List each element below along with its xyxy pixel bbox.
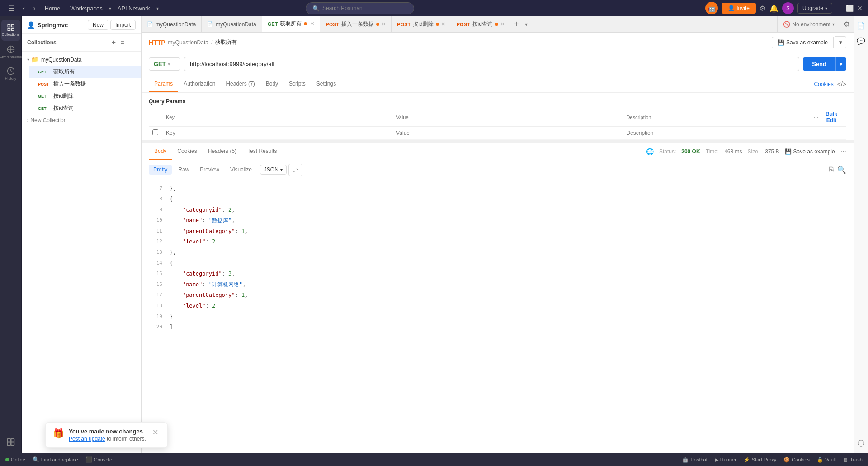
cookies-link[interactable]: Cookies bbox=[814, 81, 833, 87]
tab-post-insert[interactable]: POST 插入一条数据 ✕ bbox=[320, 16, 392, 33]
req-tab-auth[interactable]: Authorization bbox=[178, 76, 221, 92]
resp-tab-body[interactable]: Body bbox=[149, 143, 172, 160]
postbot-btn[interactable]: 🤖 Postbot bbox=[682, 457, 707, 463]
postman-agent-icon[interactable]: 🤖 bbox=[705, 2, 718, 14]
fmt-tab-pretty[interactable]: Pretty bbox=[149, 165, 172, 175]
right-info-icon[interactable]: ⓘ bbox=[856, 437, 866, 450]
api-network-menu[interactable]: API Network bbox=[114, 5, 154, 12]
resp-tab-headers[interactable]: Headers (5) bbox=[203, 143, 242, 160]
tab-close-icon[interactable]: ✕ bbox=[310, 21, 314, 27]
req-tab-settings[interactable]: Settings bbox=[311, 76, 341, 92]
toast-close-button[interactable]: ✕ bbox=[151, 428, 160, 437]
req-tab-headers[interactable]: Headers (7) bbox=[221, 76, 260, 92]
code-icon[interactable]: </> bbox=[837, 81, 846, 88]
upgrade-button[interactable]: Upgrade ▾ bbox=[797, 3, 832, 14]
env-settings-button[interactable]: ⚙ bbox=[840, 16, 854, 33]
toolbar-actions: + ≡ ··· bbox=[110, 38, 136, 48]
tree-item[interactable]: POST 插入一条数据 bbox=[29, 78, 141, 90]
search-json-button[interactable]: 🔍 bbox=[837, 166, 846, 174]
env-selector[interactable]: 🚫 No environment ▾ bbox=[777, 16, 840, 33]
settings-icon[interactable]: ⚙ bbox=[760, 4, 766, 13]
icon-sidebar: Collections Environments History bbox=[0, 16, 22, 453]
runner-btn[interactable]: ▶ Runner bbox=[715, 457, 736, 463]
method-selector[interactable]: GET ▾ bbox=[149, 57, 180, 71]
bulk-edit-btn[interactable]: Bulk Edit bbox=[820, 111, 843, 124]
invite-button[interactable]: 👤 Invite bbox=[722, 3, 756, 14]
right-docs-icon[interactable]: 📄 bbox=[855, 20, 867, 32]
runner-icon: ▶ bbox=[715, 457, 718, 463]
workspaces-menu[interactable]: Workspaces bbox=[66, 5, 106, 12]
minimize-button[interactable]: — bbox=[836, 5, 842, 12]
save-example-btn[interactable]: 💾 Save as example bbox=[785, 148, 835, 155]
fmt-tab-preview[interactable]: Preview bbox=[195, 165, 224, 175]
sort-button[interactable]: ≡ bbox=[118, 38, 126, 47]
nav-back-button[interactable]: ‹ bbox=[20, 3, 28, 13]
tree-item[interactable]: GET 按id删除 bbox=[29, 90, 141, 102]
right-comments-icon[interactable]: 💬 bbox=[855, 35, 867, 47]
more-collections-button[interactable]: ··· bbox=[127, 38, 136, 47]
sidebar-item-collections[interactable]: Collections bbox=[1, 20, 20, 41]
value-input[interactable] bbox=[396, 130, 619, 136]
tree-item[interactable]: GET 获取所有 bbox=[29, 66, 141, 78]
item-name: 按id删除 bbox=[53, 92, 74, 100]
add-tab-button[interactable]: + bbox=[510, 16, 523, 33]
copy-button[interactable]: ⎘ bbox=[829, 166, 834, 174]
sidebar-item-history[interactable]: History bbox=[1, 63, 20, 84]
toast-link[interactable]: Post an update bbox=[69, 436, 105, 442]
new-button[interactable]: New bbox=[88, 20, 108, 30]
tab-close-icon[interactable]: ✕ bbox=[441, 21, 445, 27]
send-button[interactable]: Send bbox=[803, 57, 835, 71]
menu-icon[interactable]: ☰ bbox=[5, 3, 17, 14]
tabs-dropdown-button[interactable]: ▾ bbox=[522, 16, 530, 33]
search-bar[interactable]: 🔍 Search Postman bbox=[306, 2, 414, 14]
save-dropdown-button[interactable]: ▾ bbox=[835, 36, 846, 48]
tree-item[interactable]: GET 按id查询 bbox=[29, 102, 141, 114]
notification-icon[interactable]: 🔔 bbox=[769, 4, 778, 13]
fmt-tab-visualize[interactable]: Visualize bbox=[226, 165, 256, 175]
url-bar: GET ▾ Send ▾ bbox=[142, 52, 854, 76]
avatar[interactable]: S bbox=[782, 2, 794, 14]
tab-mycollection1[interactable]: 📄 myQuestionData bbox=[142, 16, 202, 33]
wrap-icon[interactable]: ⇌ bbox=[288, 164, 302, 176]
save-button[interactable]: 💾 Save as example bbox=[772, 37, 834, 48]
console-btn[interactable]: ⬛ Console bbox=[85, 456, 112, 463]
fmt-tab-raw[interactable]: Raw bbox=[174, 165, 193, 175]
url-input[interactable] bbox=[184, 57, 799, 71]
tab-post-delete[interactable]: POST 按id删除 ✕ bbox=[392, 16, 451, 33]
find-replace-btn[interactable]: 🔍 Find and replace bbox=[33, 456, 78, 463]
home-link[interactable]: Home bbox=[41, 5, 64, 12]
resp-tab-test-results[interactable]: Test Results bbox=[242, 143, 282, 160]
sidebar-item-apps[interactable] bbox=[1, 434, 20, 450]
tab-close-icon[interactable]: ✕ bbox=[382, 21, 386, 27]
tab-mycollection2[interactable]: 📄 myQuestionData bbox=[202, 16, 262, 33]
maximize-button[interactable]: ⬜ bbox=[846, 5, 854, 12]
add-collection-button[interactable]: + bbox=[110, 38, 118, 48]
line-number: 20 bbox=[149, 323, 162, 333]
response-more-button[interactable]: ··· bbox=[840, 147, 846, 156]
send-dropdown-button[interactable]: ▾ bbox=[835, 57, 846, 71]
req-tab-scripts[interactable]: Scripts bbox=[283, 76, 311, 92]
cookies-btn[interactable]: 🍪 Cookies bbox=[783, 457, 810, 463]
req-tab-params[interactable]: Params bbox=[149, 76, 178, 92]
close-button[interactable]: ✕ bbox=[857, 5, 863, 12]
json-line: 13 }, bbox=[142, 247, 854, 258]
desc-input[interactable] bbox=[626, 130, 843, 136]
row-checkbox[interactable] bbox=[149, 127, 162, 140]
new-collection-item[interactable]: › New Collection bbox=[22, 114, 141, 126]
req-tab-body[interactable]: Body bbox=[260, 76, 283, 92]
trash-btn[interactable]: 🗑 Trash bbox=[843, 457, 863, 463]
vault-btn[interactable]: 🔒 Vault bbox=[817, 457, 836, 463]
json-format-selector[interactable]: JSON ▾ bbox=[260, 165, 287, 175]
key-input[interactable] bbox=[166, 130, 389, 136]
tab-close-icon[interactable]: ✕ bbox=[500, 21, 505, 27]
start-proxy-btn[interactable]: ⚡ Start Proxy bbox=[744, 457, 776, 463]
online-indicator[interactable]: Online bbox=[5, 457, 25, 462]
resp-tab-cookies[interactable]: Cookies bbox=[172, 143, 202, 160]
import-button[interactable]: Import bbox=[110, 20, 136, 30]
query-params-area: Query Params Key Value Description ··· B… bbox=[142, 93, 854, 140]
sidebar-item-environments[interactable]: Environments bbox=[1, 42, 20, 62]
tab-get-active[interactable]: GET 获取所有 ✕ bbox=[262, 16, 321, 33]
nav-forward-button[interactable]: › bbox=[30, 3, 38, 13]
collection-group-header[interactable]: ▾ 📁 myQuestionData bbox=[22, 53, 141, 66]
tab-post-query[interactable]: POST 按id查询 ✕ bbox=[451, 16, 510, 33]
